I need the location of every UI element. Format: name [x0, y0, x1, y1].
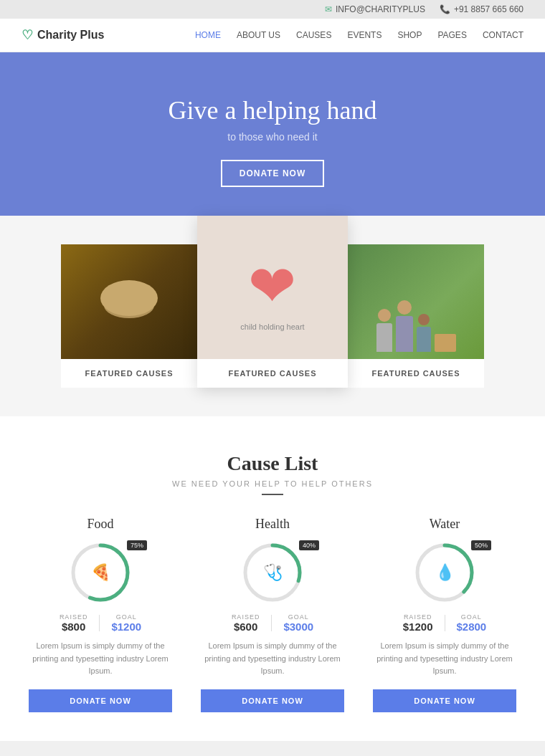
health-badge: 40% [299, 540, 319, 550]
hero-headline: Give a helping hand [14, 95, 531, 125]
navbar: ♡ Charity Plus HOME ABOUT US CAUSES EVEN… [0, 19, 545, 52]
health-goal-value: $3000 [283, 621, 313, 633]
water-stat-divider [445, 615, 445, 631]
nav-contact[interactable]: CONTACT [483, 30, 523, 40]
water-badge: 50% [471, 540, 491, 550]
cause-health: Health 🩺 40% RAISED $600 GOAL $3000 [201, 517, 344, 712]
water-raised-label: RAISED [403, 613, 433, 621]
donators-section: Donators Help us reach our goal Donate n… [0, 741, 545, 756]
water-stats: RAISED $1200 GOAL $2800 [373, 613, 516, 633]
water-desc: Lorem Ipsum is simply dummy of the print… [373, 640, 516, 678]
section-divider [262, 494, 283, 495]
logo[interactable]: ♡ Charity Plus [22, 27, 104, 43]
water-goal-label: GOAL [457, 613, 487, 621]
nav-pages[interactable]: PAGES [437, 30, 466, 40]
cause-list-title: Cause List [22, 452, 523, 475]
cause-food: Food 🍕 75% RAISED $800 GOAL $1200 [29, 517, 172, 712]
food-goal-value: $1200 [111, 621, 141, 633]
cause-health-circle: 🩺 40% [240, 540, 305, 605]
top-bar: ✉ INFO@CHARITYPLUS 📞 +91 8857 665 660 [0, 0, 545, 19]
cause-list-section: Cause List WE NEED YOUR HELP TO HELP OTH… [0, 416, 545, 741]
nav-events[interactable]: EVENTS [347, 30, 382, 40]
water-goal-value: $2800 [457, 621, 487, 633]
logo-icon: ♡ [22, 27, 33, 43]
cause-water-circle: 💧 50% [412, 540, 477, 605]
health-goal-label: GOAL [283, 613, 313, 621]
water-icon: 💧 [435, 563, 455, 582]
cause-water-title: Water [373, 517, 516, 532]
featured-img-1 [61, 244, 197, 359]
food-desc: Lorem Ipsum is simply dummy of the print… [29, 640, 172, 678]
featured-card-2[interactable]: ❤ child holding heart FEATURED CAUSES [197, 216, 348, 388]
health-icon: 🩺 [263, 563, 283, 582]
water-raised-value: $1200 [403, 621, 433, 633]
email-text: INFO@CHARITYPLUS [336, 4, 425, 14]
water-donate-button[interactable]: DONATE NOW [373, 689, 516, 712]
health-donate-button[interactable]: DONATE NOW [201, 689, 344, 712]
phone-bar: 📞 +91 8857 665 660 [440, 4, 523, 14]
nav-about[interactable]: ABOUT US [237, 30, 280, 40]
hero-subheadline: to those who need it [14, 131, 531, 143]
nav-home[interactable]: HOME [195, 30, 221, 40]
cause-list-subtitle: WE NEED YOUR HELP TO HELP OTHERS [22, 479, 523, 488]
cause-food-title: Food [29, 517, 172, 532]
food-badge: 75% [127, 540, 147, 550]
featured-card-3[interactable]: FEATURED CAUSES [348, 244, 484, 388]
featured-section: FEATURED CAUSES ❤ child holding heart FE… [0, 216, 545, 416]
cards-row: FEATURED CAUSES ❤ child holding heart FE… [0, 216, 545, 388]
food-stats: RAISED $800 GOAL $1200 [29, 613, 172, 633]
food-stat-divider [99, 615, 100, 631]
food-raised-value: $800 [60, 621, 88, 633]
logo-name: Charity Plus [37, 29, 104, 42]
phone-text: +91 8857 665 660 [454, 4, 523, 14]
hero-donate-button[interactable]: DONATE NOW [221, 160, 324, 187]
health-raised-value: $600 [232, 621, 260, 633]
food-icon: 🍕 [91, 563, 110, 582]
food-goal-label: GOAL [111, 613, 141, 621]
causes-grid: Food 🍕 75% RAISED $800 GOAL $1200 [22, 517, 523, 712]
health-stat-divider [271, 615, 272, 631]
svg-rect-1 [108, 302, 151, 307]
featured-card-1[interactable]: FEATURED CAUSES [61, 244, 197, 388]
cause-health-title: Health [201, 517, 344, 532]
featured-label-2: FEATURED CAUSES [197, 359, 348, 388]
cause-water: Water 💧 50% RAISED $1200 GOAL $2800 [373, 517, 516, 712]
nav-links: HOME ABOUT US CAUSES EVENTS SHOP PAGES C… [195, 30, 523, 40]
cause-food-circle: 🍕 75% [68, 540, 133, 605]
featured-img-3 [348, 244, 484, 359]
email-icon: ✉ [325, 4, 332, 14]
phone-icon: 📞 [440, 4, 450, 14]
svg-point-0 [104, 292, 154, 318]
nav-shop[interactable]: SHOP [397, 30, 422, 40]
featured-label-1: FEATURED CAUSES [61, 359, 197, 388]
email-bar: ✉ INFO@CHARITYPLUS [325, 4, 425, 14]
health-stats: RAISED $600 GOAL $3000 [201, 613, 344, 633]
featured-img-2: ❤ child holding heart [197, 216, 348, 359]
nav-causes[interactable]: CAUSES [296, 30, 331, 40]
featured-label-3: FEATURED CAUSES [348, 359, 484, 388]
food-raised-label: RAISED [60, 613, 88, 621]
health-raised-label: RAISED [232, 613, 260, 621]
health-desc: Lorem Ipsum is simply dummy of the print… [201, 640, 344, 678]
food-donate-button[interactable]: DONATE NOW [29, 689, 172, 712]
